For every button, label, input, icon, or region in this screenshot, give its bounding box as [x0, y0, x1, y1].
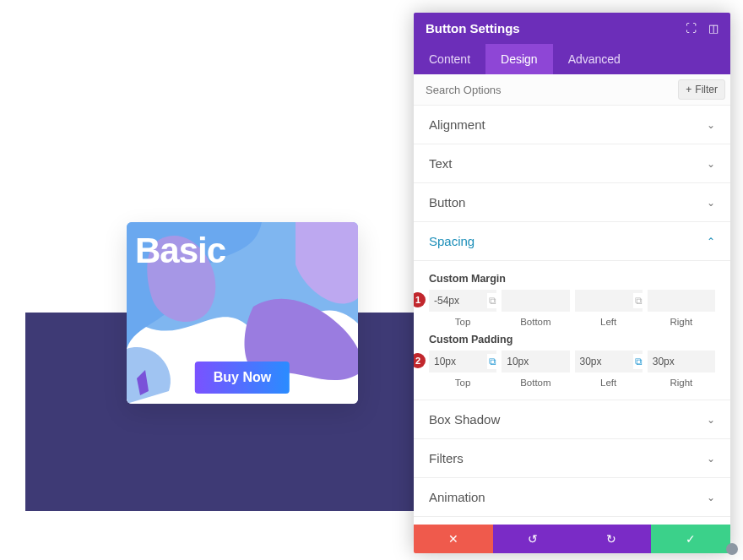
tab-design[interactable]: Design [485, 44, 553, 74]
section-button[interactable]: Button ⌄ [414, 183, 730, 222]
link-icon[interactable]: ⧉ [633, 354, 644, 369]
plus-icon: + [686, 84, 691, 95]
redo-button[interactable]: ↻ [572, 525, 652, 553]
cancel-button[interactable]: ✕ [414, 525, 493, 553]
section-label: Animation [429, 490, 485, 504]
section-label: Button [429, 195, 465, 209]
confirm-button[interactable]: ✓ [651, 525, 730, 553]
chevron-down-icon: ⌄ [707, 119, 715, 131]
tab-advanced[interactable]: Advanced [553, 44, 636, 74]
link-icon[interactable]: ⧉ [487, 354, 498, 369]
snap-icon[interactable]: ◫ [708, 22, 719, 35]
section-label: Text [429, 156, 453, 171]
section-text[interactable]: Text ⌄ [414, 144, 730, 183]
custom-margin-label: Custom Margin [429, 273, 715, 285]
settings-panel: Button Settings ⛶ ◫ Content Design Advan… [414, 13, 730, 553]
padding-left-input[interactable] [575, 351, 643, 372]
section-box-shadow[interactable]: Box Shadow ⌄ [414, 400, 730, 439]
chevron-down-icon: ⌄ [707, 414, 715, 426]
tab-content[interactable]: Content [414, 44, 485, 74]
margin-top-input[interactable] [429, 290, 496, 312]
margin-right-input[interactable] [648, 290, 715, 312]
panel-title: Button Settings [426, 21, 520, 35]
section-alignment[interactable]: Alignment ⌄ [414, 106, 730, 144]
chevron-down-icon: ⌄ [707, 158, 715, 170]
link-icon[interactable]: ⧉ [633, 293, 644, 308]
panel-header: Button Settings ⛶ ◫ [414, 13, 730, 44]
side-label-bottom: Bottom [502, 317, 569, 327]
side-label-right: Right [648, 317, 715, 327]
link-icon[interactable]: ⧉ [487, 293, 498, 308]
preview-card: Basic Buy Now [127, 222, 358, 404]
filter-label: Filter [695, 84, 718, 95]
margin-bottom-input[interactable] [502, 290, 569, 312]
padding-top-input[interactable] [429, 351, 496, 372]
margin-left-input[interactable] [575, 290, 643, 312]
filter-button[interactable]: + Filter [678, 79, 725, 100]
undo-button[interactable]: ↺ [493, 525, 572, 553]
chevron-down-icon: ⌄ [707, 492, 715, 503]
side-label-top: Top [429, 378, 496, 388]
chevron-down-icon: ⌄ [707, 197, 715, 209]
side-label-left: Left [575, 317, 643, 327]
panel-footer: ✕ ↺ ↻ ✓ [414, 525, 730, 553]
search-bar: + Filter [414, 74, 730, 106]
side-label-top: Top [429, 317, 496, 327]
side-label-left: Left [575, 378, 643, 388]
padding-bottom-input[interactable] [502, 351, 569, 372]
search-input[interactable] [426, 84, 678, 96]
corner-handle-icon [726, 543, 738, 555]
chevron-down-icon: ⌄ [707, 453, 715, 465]
side-label-right: Right [648, 378, 715, 388]
section-animation[interactable]: Animation ⌄ [414, 478, 730, 517]
side-label-bottom: Bottom [502, 378, 569, 388]
section-spacing[interactable]: Spacing ⌃ [414, 222, 730, 261]
section-label: Alignment [429, 117, 485, 132]
help-link[interactable]: ? Help [414, 517, 730, 525]
section-label: Filters [429, 451, 464, 465]
card-title: Basic [135, 231, 225, 271]
section-filters[interactable]: Filters ⌄ [414, 439, 730, 478]
custom-padding-label: Custom Padding [429, 334, 715, 345]
annotation-badge-2: 2 [414, 353, 426, 368]
section-label: Box Shadow [429, 412, 500, 427]
section-label: Spacing [429, 234, 475, 248]
spacing-controls: Custom Margin 1 ⧉ Top Bottom ⧉ [414, 261, 730, 400]
padding-right-input[interactable] [648, 351, 715, 372]
buy-now-button[interactable]: Buy Now [195, 362, 290, 394]
chevron-up-icon: ⌃ [707, 236, 715, 247]
annotation-badge-1: 1 [414, 292, 426, 307]
expand-icon[interactable]: ⛶ [686, 22, 697, 35]
panel-tabs: Content Design Advanced [414, 44, 730, 74]
